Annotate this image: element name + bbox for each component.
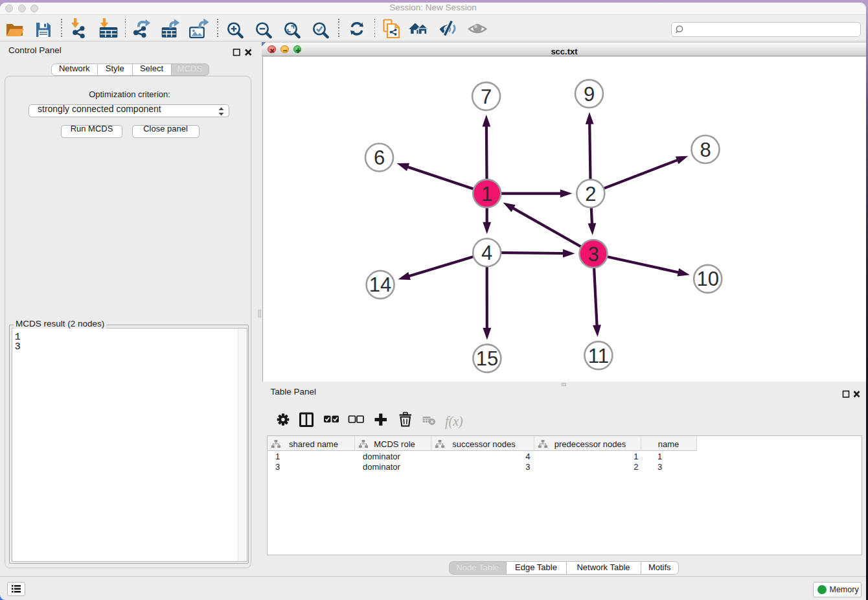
svg-text:f(x): f(x) <box>445 414 463 429</box>
